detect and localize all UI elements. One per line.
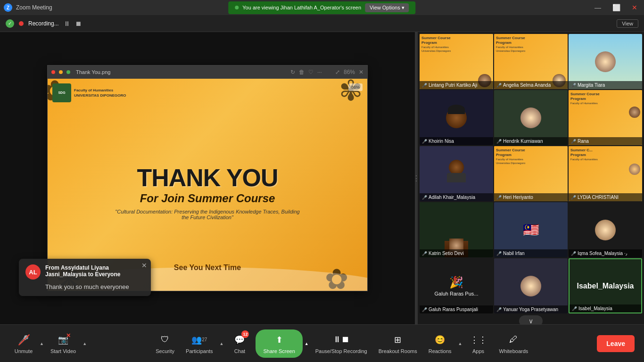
participant-tile: Summer CourseProgram Faculty of Humaniti… xyxy=(420,34,493,89)
recording-icon: ⏸⏹ xyxy=(335,333,348,346)
breakout-rooms-button[interactable]: ⊞ Breakout Rooms xyxy=(374,330,422,357)
title-bar-controls: — ⬜ ✕ xyxy=(592,3,640,12)
apps-button[interactable]: ⋮⋮ Apps xyxy=(464,330,493,357)
pres-expand-dot xyxy=(66,70,70,74)
whiteboards-button[interactable]: 🖊 Whiteboards xyxy=(495,330,533,357)
scroll-down-area: ∨ xyxy=(420,314,642,324)
slide-content: THANK YOU For Join Summer Course "Cultur… xyxy=(113,149,302,220)
pres-logo-area: SDG Faculty of HumanitiesUNIVERSITAS DIP… xyxy=(52,83,126,102)
pause-recording-button[interactable]: ⏸ xyxy=(64,20,70,27)
mic-muted-icon: 🎤 xyxy=(496,251,502,256)
participant-name: Rana xyxy=(578,139,589,144)
recording-label: Recording... xyxy=(28,20,59,27)
security-icon: 🛡 xyxy=(158,333,172,346)
pres-filename: Thank You.png xyxy=(76,69,110,75)
mic-icon: 🎤 xyxy=(422,139,427,144)
video-label: Start Video xyxy=(50,348,76,354)
reactions-arrow[interactable]: ▲ xyxy=(458,341,462,346)
security-button[interactable]: 🛡 Security xyxy=(151,330,179,357)
pause-stop-recording-button[interactable]: ⏸⏹ Pause/Stop Recording xyxy=(311,330,372,357)
participant-name: Margita Tiara xyxy=(578,82,605,88)
pres-fullscreen-icon[interactable]: ⤢ xyxy=(335,69,340,75)
pres-rotate-icon[interactable]: ↻ xyxy=(290,69,295,75)
chat-button[interactable]: 💬 12 Chat xyxy=(225,330,254,357)
mic-muted-icon: 🎤 xyxy=(572,306,577,311)
participant-tile: 🎤 Yanuar Yoga Prasetyawan xyxy=(494,258,568,313)
chat-popup: ✕ AL From Assyidatul Liyana Jasni_Malays… xyxy=(19,259,151,296)
chat-popup-close-button[interactable]: ✕ xyxy=(141,262,147,269)
pres-close-btn[interactable]: ✕ xyxy=(359,69,363,75)
participant-name: Lintang Putri Kartiko Aji xyxy=(429,82,477,88)
view-options-button[interactable]: View Options ▾ xyxy=(365,3,409,12)
shield-icon: ✓ xyxy=(6,19,14,28)
share-arrow[interactable]: ▲ xyxy=(305,341,309,346)
close-button[interactable]: ✕ xyxy=(629,3,640,12)
participant-name: Heri Heriyanto xyxy=(503,195,533,200)
participant-name: Iqma Sofea_Malaysia ·٫ xyxy=(578,251,627,256)
for-join-text: For Join Summer Course xyxy=(113,192,302,205)
participant-tile: Summer CourseProgram Faculty of Humaniti… xyxy=(494,146,568,201)
mic-icon: 🎤 xyxy=(496,83,502,88)
title-bar: Z Zoom Meeting You are viewing Jihan Lat… xyxy=(0,0,644,15)
reactions-button[interactable]: 😊 Reactions xyxy=(424,330,456,357)
participant-tile: 🎤 Adilah Khair_Malaysia xyxy=(420,146,493,201)
presentation-area: Thank You.png ↻ 🗑 ♡ ··· ⤢ 86% ✕ ✿ ✾ ❋ ✿ xyxy=(0,32,415,324)
zoom-logo-icon: Z xyxy=(4,3,12,12)
screenshare-text: You are viewing Jihan Lathifah A_Operato… xyxy=(242,5,361,10)
participant-name: Galuh Raras Puspanjali xyxy=(429,307,478,312)
share-screen-button[interactable]: ⬆ Share Screen xyxy=(256,329,302,358)
breakout-label: Breakout Rooms xyxy=(379,348,417,354)
apps-icon: ⋮⋮ xyxy=(472,333,485,346)
thank-you-text: THANK YOU xyxy=(113,164,302,192)
main-content: Thank You.png ↻ 🗑 ♡ ··· ⤢ 86% ✕ ✿ ✾ ❋ ✿ xyxy=(0,32,644,324)
unmute-arrow[interactable]: ▲ xyxy=(40,341,44,346)
view-button[interactable]: View xyxy=(617,19,638,28)
pres-toolbar: ↻ 🗑 ♡ ··· ⤢ 86% ✕ xyxy=(290,69,363,75)
participant-tile: Summer CourseProgram Faculty of Humaniti… xyxy=(494,34,568,89)
leave-button[interactable]: Leave xyxy=(597,335,635,352)
mic-icon: 🎤 xyxy=(422,251,427,256)
pres-zoom-level: 86% xyxy=(344,69,355,75)
mic-muted-icon: 🎤 xyxy=(571,83,576,88)
maximize-button[interactable]: ⬜ xyxy=(610,3,623,12)
security-label: Security xyxy=(156,348,174,354)
camera-icon: 📷 ✕ xyxy=(57,333,70,346)
scroll-down-button[interactable]: ∨ xyxy=(519,315,543,324)
participant-tile: 🎤 Khoirin Nisa xyxy=(420,90,493,145)
mic-icon: 🎤 xyxy=(571,139,576,144)
stop-recording-button[interactable]: ⏹ xyxy=(75,20,82,27)
pres-close-dot xyxy=(51,70,55,74)
toolbar: 🎤 Unmute ▲ 📷 ✕ Start Video ▲ 🛡 Security … xyxy=(0,324,644,362)
unmute-button[interactable]: 🎤 Unmute xyxy=(9,330,38,357)
participant-name: LYDIA CHRISTIANI xyxy=(578,195,619,200)
participant-tile-isabel: Isabel_Malaysia 🎤 Isabel_Malaysia xyxy=(569,258,642,313)
video-arrow[interactable]: ▲ xyxy=(83,341,87,346)
pres-heart-icon[interactable]: ♡ xyxy=(308,69,314,75)
chat-avatar: AL xyxy=(25,264,41,280)
participant-tile: 🎤 Iqma Sofea_Malaysia ·٫ xyxy=(569,202,642,257)
title-bar-left: Z Zoom Meeting xyxy=(4,3,52,12)
pres-title-bar: Thank You.png ↻ 🗑 ♡ ··· ⤢ 86% ✕ xyxy=(48,66,367,79)
mic-muted-icon: 🎤 xyxy=(422,195,427,200)
pres-trash-icon[interactable]: 🗑 xyxy=(299,69,305,75)
minimize-button[interactable]: — xyxy=(592,3,604,12)
participant-name: Isabel_Malaysia xyxy=(578,306,612,311)
participants-label: Participants xyxy=(186,348,213,354)
participant-name: Angelia Selma Ananda xyxy=(503,82,551,88)
reactions-icon: 😊 xyxy=(433,333,446,346)
pres-more-icon[interactable]: ··· xyxy=(317,69,322,75)
participants-grid: Summer CourseProgram Faculty of Humaniti… xyxy=(420,34,642,313)
share-screen-icon: ⬆ xyxy=(272,333,286,346)
participant-tile: 🎤 Katrin Setio Devi xyxy=(420,202,493,257)
participant-name: Hendrik Kurniawan xyxy=(503,139,543,144)
participants-button[interactable]: 👥 27 Participants xyxy=(181,330,217,357)
chat-sender: From Assyidatul Liyana Jasni_Malaysia to… xyxy=(45,264,144,278)
participants-arrow[interactable]: ▲ xyxy=(220,341,224,346)
microphone-icon: 🎤 xyxy=(17,333,30,346)
participant-name: Adilah Khair_Malaysia xyxy=(429,195,475,200)
pres-minimize-dot xyxy=(59,70,63,74)
apps-label: Apps xyxy=(472,348,484,354)
start-video-button[interactable]: 📷 ✕ Start Video xyxy=(46,330,81,357)
toolbar-center: 🛡 Security 👥 27 Participants ▲ 💬 12 Chat… xyxy=(151,329,533,358)
slide-sub-indicator: 86% xyxy=(348,83,363,91)
